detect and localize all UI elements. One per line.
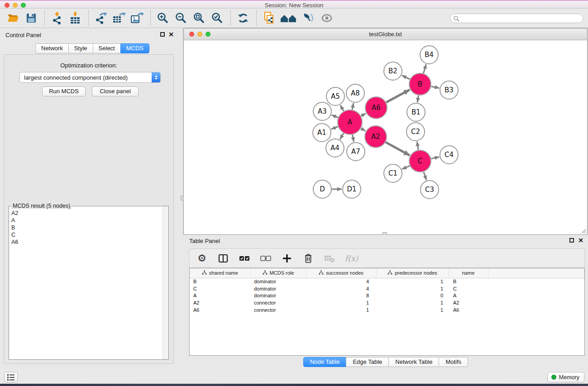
- graph-edge-A-A5[interactable]: [340, 105, 344, 111]
- graph-node-B4[interactable]: B4: [420, 46, 438, 64]
- close-table-panel-icon[interactable]: ✕: [578, 238, 583, 243]
- graph-edge-B-B2[interactable]: [402, 76, 410, 80]
- column-header-predecessor-nodes[interactable]: predecessor nodes: [376, 268, 449, 278]
- graph-edge-A2-C[interactable]: [386, 142, 410, 155]
- tab-node-table[interactable]: Node Table: [303, 357, 347, 367]
- table-cell[interactable]: A: [190, 292, 250, 300]
- graph-node-C4[interactable]: C4: [440, 146, 458, 164]
- graph-edge-A6-B[interactable]: [386, 90, 410, 102]
- graph-node-B[interactable]: B: [409, 73, 431, 95]
- graph-node-C3[interactable]: C3: [421, 181, 439, 199]
- graph-edge-A-A4[interactable]: [340, 133, 344, 139]
- table-cell[interactable]: A6: [190, 306, 250, 314]
- tab-style[interactable]: Style: [68, 43, 93, 53]
- add-column-icon[interactable]: [281, 253, 293, 264]
- result-item[interactable]: A: [10, 217, 162, 224]
- table-cell[interactable]: 1: [376, 306, 449, 314]
- tab-motifs[interactable]: Motifs: [439, 357, 468, 367]
- export-table-icon[interactable]: [111, 10, 127, 26]
- graph-edge-B-B1[interactable]: [417, 95, 418, 102]
- graph-node-B2[interactable]: B2: [384, 62, 402, 80]
- table-cell[interactable]: 4: [306, 278, 376, 285]
- graph-edge-A-A7[interactable]: [352, 134, 354, 142]
- graph-node-A2[interactable]: A2: [365, 126, 387, 148]
- table-cell[interactable]: A2: [190, 299, 250, 306]
- table-cell[interactable]: A: [449, 292, 488, 300]
- graph-node-D1[interactable]: D1: [343, 180, 361, 198]
- column-header-mcds-role[interactable]: MCDS role: [250, 268, 306, 278]
- resize-grip-icon[interactable]: [580, 227, 586, 234]
- table-row[interactable]: Bdominator41B: [190, 278, 584, 285]
- deselect-all-icon[interactable]: [260, 253, 272, 264]
- network-canvas[interactable]: B4B2BB3A5A8A6B1A3AA1C2A2A4A7C4CC1C3DD1: [184, 40, 587, 234]
- table-cell[interactable]: connector: [250, 299, 306, 306]
- zoom-in-icon[interactable]: [155, 10, 171, 26]
- graph-edge-C-C3[interactable]: [424, 172, 426, 180]
- table-cell[interactable]: dominator: [250, 292, 306, 300]
- table-row[interactable]: Adominator80A: [190, 292, 584, 300]
- table-cell[interactable]: 0: [376, 292, 449, 300]
- graph-edge-C-C1[interactable]: [402, 166, 410, 169]
- save-icon[interactable]: [24, 10, 39, 26]
- tab-edge-table[interactable]: Edge Table: [346, 357, 389, 367]
- run-mcds-button[interactable]: Run MCDS: [42, 86, 86, 96]
- table-cell[interactable]: B: [449, 278, 488, 285]
- graph-edge-A-A8[interactable]: [352, 103, 354, 110]
- zoom-fit-icon[interactable]: [191, 10, 207, 26]
- zoom-selected-icon[interactable]: [210, 10, 225, 26]
- table-settings-gear-icon[interactable]: ⚙: [196, 253, 208, 264]
- table-cell[interactable]: 8: [306, 292, 376, 300]
- result-item[interactable]: A2: [10, 210, 162, 217]
- import-network-icon[interactable]: [49, 10, 65, 26]
- export-image-icon[interactable]: [129, 10, 145, 26]
- graph-edge-B-B4[interactable]: [423, 64, 426, 73]
- delete-column-trash-icon[interactable]: [302, 253, 314, 264]
- table-cell[interactable]: 1: [306, 306, 376, 314]
- graph-edge-A-A2[interactable]: [361, 129, 365, 131]
- export-network-icon[interactable]: [93, 10, 109, 26]
- task-history-button[interactable]: [4, 372, 18, 382]
- tab-select[interactable]: Select: [93, 43, 121, 53]
- result-item[interactable]: A6: [10, 238, 162, 246]
- graph-edge-A-A1[interactable]: [331, 127, 338, 129]
- show-columns-icon[interactable]: [217, 253, 229, 264]
- table-cell[interactable]: 4: [306, 285, 376, 292]
- graph-edge-A-A3[interactable]: [331, 115, 338, 118]
- import-table-icon[interactable]: [67, 10, 83, 26]
- criterion-dropdown[interactable]: largest connected component (directed): [19, 72, 161, 83]
- graph-edge-A-A6[interactable]: [361, 114, 366, 116]
- close-panel-button[interactable]: Close panel: [92, 86, 139, 96]
- table-cell[interactable]: 1: [306, 299, 376, 306]
- first-neighbors-icon[interactable]: [279, 10, 298, 26]
- graph-edge-C-C4[interactable]: [431, 157, 439, 159]
- graph-node-D[interactable]: D: [313, 180, 331, 198]
- table-cell[interactable]: C: [449, 285, 488, 292]
- table-row[interactable]: A2connector11A2: [190, 299, 584, 306]
- table-cell[interactable]: dominator: [250, 278, 306, 285]
- graph-node-A4[interactable]: A4: [326, 139, 344, 157]
- duplicate-network-icon[interactable]: [261, 10, 277, 26]
- table-cell[interactable]: 1: [376, 278, 449, 285]
- graph-node-C2[interactable]: C2: [406, 123, 425, 141]
- graph-node-B1[interactable]: B1: [407, 103, 425, 121]
- table-cell[interactable]: 1: [376, 285, 449, 292]
- table-row[interactable]: Cdominator41C: [190, 285, 584, 292]
- graph-node-A[interactable]: A: [338, 110, 362, 134]
- graph-node-A1[interactable]: A1: [313, 124, 331, 142]
- table-cell[interactable]: A6: [449, 306, 488, 314]
- tab-mcds[interactable]: MCDS: [120, 43, 149, 53]
- result-item[interactable]: C: [10, 231, 162, 238]
- graph-node-A5[interactable]: A5: [326, 87, 344, 105]
- search-field[interactable]: [450, 14, 583, 23]
- table-cell[interactable]: connector: [250, 306, 306, 314]
- column-header-name[interactable]: name: [449, 268, 488, 278]
- close-panel-icon[interactable]: ✕: [168, 32, 174, 37]
- vertical-divider-handle[interactable]: [181, 196, 184, 200]
- table-cell[interactable]: 1: [376, 299, 449, 306]
- hide-selected-icon[interactable]: [301, 10, 316, 26]
- graph-node-B3[interactable]: B3: [440, 81, 458, 99]
- select-all-icon[interactable]: [239, 253, 250, 264]
- delete-table-icon[interactable]: [324, 253, 335, 264]
- table-cell[interactable]: B: [190, 278, 250, 285]
- refresh-icon[interactable]: [235, 10, 251, 26]
